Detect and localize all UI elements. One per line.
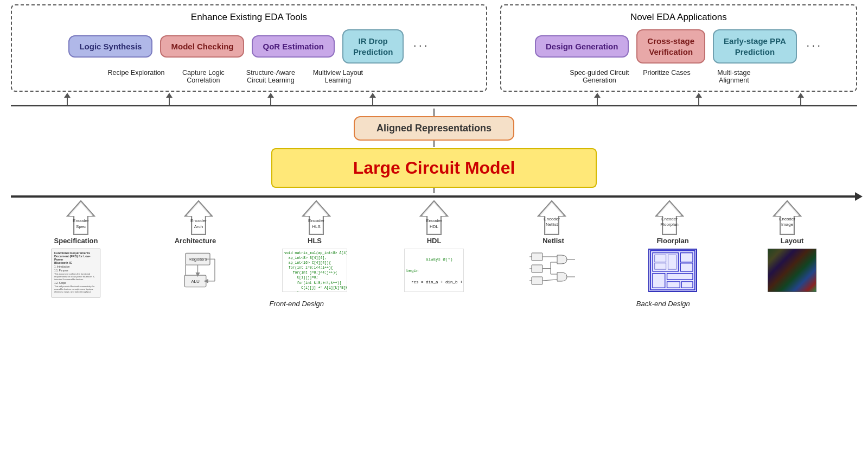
enc-image: Image Encoder (752, 200, 822, 236)
enc-arch: Arch Encoder (163, 200, 234, 236)
floorplan-visual-col (637, 249, 708, 292)
layout-image (768, 249, 816, 292)
image-encoder-arrow: Image Encoder (773, 200, 802, 236)
right-dashed-box: Novel EDA Applications Design Generation… (500, 4, 857, 92)
hdl-encoder-arrow: HDL Encoder (419, 200, 449, 236)
layout-visual-col (757, 249, 827, 292)
arrow-up-6 (695, 93, 702, 105)
arrow-up-5 (594, 93, 601, 105)
data-visuals-row: Functional Requirements Document (FRD) f… (11, 249, 857, 297)
svg-text:Floorplan: Floorplan (661, 222, 679, 227)
enc-netlist: Netlist Encoder (516, 200, 587, 236)
svg-text:Arch: Arch (194, 224, 202, 229)
aligned-section: Aligned Representations (11, 109, 857, 147)
top-horizontal-line (11, 105, 857, 106)
footer-labels-row: Front-end Design Back-end Design (11, 299, 857, 308)
svg-rect-55 (650, 251, 695, 290)
data-labels-row: Specification Architecture HLS HDL Netli… (11, 237, 857, 246)
backend-label: Back-end Design (571, 300, 755, 308)
netlist-encoder-arrow: Netlist Encoder (537, 200, 566, 236)
arrow-up-4 (369, 93, 376, 105)
main-page: Enhance Existing EDA Tools Logic Synthes… (0, 0, 868, 310)
arrow-up-3 (267, 93, 274, 105)
enc-spec: Spec Encoder (46, 200, 116, 236)
backend-text: Back-end Design (636, 300, 690, 308)
chip-ir-drop: IR DropPrediction (342, 29, 404, 64)
bottom-horizontal-line (11, 195, 857, 198)
chip-design-gen: Design Generation (535, 35, 629, 58)
svg-text:HDL: HDL (430, 224, 439, 229)
top-arrows-row (11, 93, 857, 105)
label-floorplan: Floorplan (637, 237, 708, 246)
desc-recipe: Recipe Exploration (106, 69, 166, 77)
svg-text:Registers: Registers (188, 257, 207, 262)
label-spec: Specification (41, 237, 111, 246)
desc-structure: Structure-AwareCircuit Learning (241, 69, 301, 84)
spec-visual-col: Functional Requirements Document (FRD) f… (41, 249, 111, 297)
enc-hdl: HDL Encoder (399, 200, 469, 236)
label-layout: Layout (781, 237, 804, 245)
desc-spec-guided: Spec-guided CircuitGeneration (570, 69, 629, 84)
label-layout: Layout (757, 237, 827, 246)
svg-text:Encoder: Encoder (661, 217, 678, 221)
desc-multi-stage: Multi-stageAlignment (704, 69, 764, 84)
svg-text:ALU: ALU (191, 279, 200, 284)
arrow-up-2 (166, 93, 173, 105)
chip-logic-synthesis: Logic Synthesis (68, 35, 152, 58)
spec-encoder-arrow: Spec Encoder (66, 200, 95, 236)
arch-encoder-arrow: Arch Encoder (184, 200, 213, 236)
svg-text:Encoder: Encoder (544, 217, 560, 221)
lcm-box: Large Circuit Model (271, 148, 597, 188)
label-hdl: HDL (399, 237, 469, 246)
right-chips-row: Design Generation Cross-stageVerificatio… (510, 29, 847, 64)
arch-diagram: Registers ALU (171, 249, 220, 292)
left-desc-row: Recipe Exploration Capture LogicCorrelat… (21, 69, 477, 84)
hdl-code-block: always @(*) begin res = din_a + din_b + … (404, 249, 464, 292)
label-netlist: Netlist (542, 237, 564, 245)
label-hdl: HDL (427, 237, 442, 245)
svg-text:Encoder: Encoder (73, 218, 89, 223)
left-dashed-box: Enhance Existing EDA Tools Logic Synthes… (11, 4, 487, 92)
svg-text:Netlist: Netlist (546, 222, 558, 227)
floorplan-diagram (648, 249, 697, 292)
desc-prioritize: Prioritize Cases (637, 69, 697, 77)
svg-rect-39 (532, 253, 542, 261)
frontend-label: Front-end Design (205, 300, 388, 308)
left-box-title: Enhance Existing EDA Tools (21, 12, 477, 23)
svg-text:Encoder: Encoder (780, 217, 796, 221)
svg-text:HLS: HLS (312, 224, 321, 229)
hls-code-block: void matrix_mul(ap_int<8> A[4][4], ap_in… (282, 249, 347, 292)
lcm-section: Large Circuit Model (11, 148, 857, 193)
left-dots: · · · (413, 40, 427, 53)
arch-visual-col: Registers ALU (160, 249, 231, 292)
hls-encoder-arrow: HLS Encoder (302, 200, 331, 236)
hls-visual-col: void matrix_mul(ap_int<8> A[4][4], ap_in… (279, 249, 350, 292)
top-boxes-section: Enhance Existing EDA Tools Logic Synthes… (11, 4, 857, 92)
spec-document: Functional Requirements Document (FRD) f… (52, 249, 100, 297)
enc-hls: HLS Encoder (281, 200, 352, 236)
left-chips-row: Logic Synthesis Model Checking QoR Estim… (21, 29, 477, 64)
chip-qor-estimation: QoR Estimation (252, 35, 335, 58)
arrow-up-7 (797, 93, 804, 105)
right-desc-row: Spec-guided CircuitGeneration Prioritize… (510, 69, 847, 84)
enc-floorplan: Floorplan Encoder (634, 200, 705, 236)
label-floorplan: Floorplan (656, 237, 688, 245)
chip-cross-stage: Cross-stageVerification (636, 29, 705, 64)
desc-multiview: Multiview LayoutLearning (308, 69, 368, 84)
svg-line-49 (542, 280, 557, 281)
hdl-visual-col: always @(*) begin res = din_a + din_b + … (399, 249, 469, 292)
label-specification: Specification (54, 237, 98, 245)
desc-capture: Capture LogicCorrelation (174, 69, 233, 84)
netlist-diagram (529, 249, 578, 292)
label-architecture: Architecture (175, 237, 216, 245)
svg-text:Encoder: Encoder (190, 218, 207, 223)
arrow-up-1 (64, 93, 71, 105)
label-hls: HLS (279, 237, 350, 246)
svg-text:Encoder: Encoder (426, 218, 442, 223)
frontend-text: Front-end Design (269, 300, 323, 308)
label-hls: HLS (308, 237, 322, 245)
svg-text:Image: Image (781, 222, 794, 227)
netlist-visual-col (518, 249, 589, 292)
chip-early-stage: Early-stage PPAPrediction (713, 29, 797, 64)
label-netlist: Netlist (518, 237, 589, 246)
